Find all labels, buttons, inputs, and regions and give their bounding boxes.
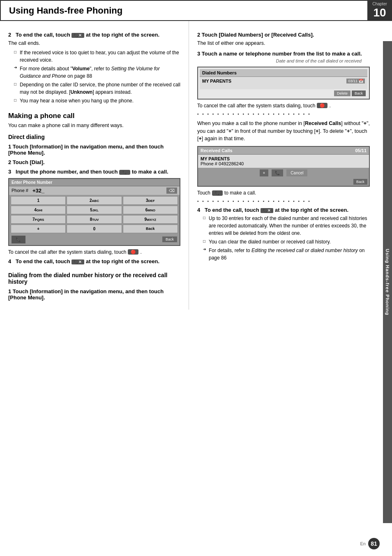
touch-call-line: Touch 📞 to make a call.: [197, 190, 370, 196]
received-calls-screen: Received Calls 05/11 MY PARENTS Phone # …: [197, 146, 370, 187]
call-button[interactable]: 📞: [12, 236, 25, 243]
date-icon: 📅: [359, 79, 363, 83]
phone-keypad: 1 2ABC 3DEF 4GHI 5JKL 6MNO 7PQRS 8TUV 9W…: [9, 195, 180, 234]
page-title-box: Using Hands-free Phoning: [0, 0, 367, 20]
end-call-icon: 📞✕: [71, 33, 84, 38]
dialed-numbers-screen: Dialed Numbers MY PARENTS 03/11 📅 Delete…: [197, 67, 370, 100]
dialed-screen-footer: Delete Back: [200, 89, 367, 97]
touch-call-text: Touch: [197, 190, 210, 196]
keypad-5[interactable]: 5JKL: [67, 206, 122, 214]
cancel-line-direct: To cancel the call after the system star…: [8, 249, 180, 255]
page-header: Using Hands-free Phoning Chapter 10: [0, 0, 392, 21]
recv-footer: Back: [198, 178, 369, 186]
bullet-volume-ref: For more details about "Volume", refer t…: [14, 65, 180, 80]
end-icon-step4: 📞✕: [71, 259, 84, 264]
making-call-title: Making a phone call: [8, 112, 180, 120]
step2-end-call-heading: 2 To end the call, touch 📞✕ at the top r…: [8, 32, 180, 38]
page-number-box: En 81: [360, 538, 380, 549]
step4-right-bullets: Up to 30 entries for each of the dialed …: [197, 215, 370, 262]
delete-button[interactable]: Delete: [334, 90, 350, 96]
cancel-text: To cancel the call after the system star…: [8, 249, 126, 255]
backspace-btn[interactable]: ⌫: [166, 188, 177, 194]
keypad-back[interactable]: Back: [123, 225, 178, 233]
keypad-plus[interactable]: +: [11, 225, 66, 233]
page-number: 81: [368, 538, 380, 549]
end-icon-step4-right: 📞✕: [261, 208, 273, 213]
plus-button[interactable]: +: [260, 169, 269, 176]
phone-screen-title: Enter Phone Number: [9, 179, 180, 186]
call-button-recv[interactable]: 📞: [272, 169, 283, 176]
back-button-recv[interactable]: Back: [353, 179, 367, 185]
main-content: 2 To end the call, touch 📞✕ at the top r…: [0, 21, 392, 310]
keypad-8[interactable]: 8TUV: [67, 215, 122, 224]
vertical-label-container: Using Hands-free Phoning: [383, 41, 392, 523]
keypad-1[interactable]: 1: [11, 196, 66, 205]
chapter-label: Chapter: [372, 2, 387, 6]
plus-note: When you make a call to the phone number…: [197, 120, 370, 143]
keypad-4[interactable]: 4GHI: [11, 206, 66, 214]
cancel-icon: 🔴: [128, 249, 138, 255]
step1-history-heading: 1 Touch [Information] in the navigation …: [8, 288, 180, 301]
dialing-history-title: Dialing from the dialed number history o…: [8, 272, 180, 285]
recv-entry-phone: Phone # 0492286240: [201, 161, 367, 166]
keypad-7[interactable]: 7PQRS: [11, 215, 66, 224]
chapter-number: 10: [373, 7, 386, 19]
keypad-9[interactable]: 9WXYZ: [123, 215, 178, 224]
vertical-label: Using Hands-free Phoning: [385, 249, 390, 315]
dialed-numbers-header: Dialed Numbers: [200, 69, 367, 77]
phone-screen-footer: 📞 Back: [9, 234, 180, 245]
step3-right-heading: 3 Touch a name or telephone number from …: [197, 51, 370, 57]
received-calls-header: Received Calls 05/11: [198, 147, 369, 155]
en-label: En: [360, 541, 366, 546]
step4-direct-heading: 4 To end the call, touch 📞✕ at the top r…: [8, 258, 180, 264]
step2-direct-heading: 2 Touch [Dial].: [8, 159, 180, 165]
received-calls-body: MY PARENTS Phone # 0492286240: [198, 155, 369, 168]
bullet-clear-history: You can clear the dialed number or recei…: [203, 238, 370, 246]
making-call-body: You can make a phone call in many differ…: [8, 122, 180, 130]
date-annotation: Date and time of the call dialed or rece…: [197, 58, 362, 63]
step3-direct-heading: 3 Input the phone number, and then touch…: [8, 169, 180, 175]
keypad-0[interactable]: 0: [67, 225, 122, 233]
bullet-caller-id: Depending on the caller ID service, the …: [14, 81, 180, 96]
call-ends-text: The call ends.: [8, 39, 180, 47]
step2-bullets: If the received voice is too quiet to he…: [8, 49, 180, 104]
list-appears-text: The list of either one appears.: [197, 39, 370, 47]
back-button-dialed[interactable]: Back: [352, 90, 366, 96]
cancel-icon-right: 🔴: [317, 103, 327, 108]
direct-dialing-title: Direct dialing: [8, 134, 180, 140]
bullet-noise: You may hear a noise when you hang up th…: [14, 97, 180, 104]
recv-actions: + 📞 Cancel: [198, 168, 369, 178]
touch-call-text2: to make a call.: [224, 190, 256, 196]
cancel-text-2: To cancel the call after the system star…: [197, 103, 315, 109]
bullet-quiet-voice: If the received voice is too quiet to he…: [14, 49, 180, 64]
dialed-date: 03/11: [348, 79, 357, 83]
step4-right-heading: 4 To end the call, touch 📞✕ at the top r…: [197, 207, 370, 213]
dialed-entry-row: MY PARENTS 03/11 📅: [202, 79, 365, 83]
recv-entry-name: MY PARENTS: [201, 156, 367, 161]
dots-separator-2: • • • • • • • • • • • • • • • • • • • • …: [197, 199, 370, 204]
phone-number-row: Phone # +32_ ⌫: [9, 186, 180, 195]
step2-right-heading: 2 Touch [Dialed Numbers] or [Received Ca…: [197, 32, 370, 38]
phone-number-screen: Enter Phone Number Phone # +32_ ⌫ 1 2ABC…: [8, 178, 180, 246]
phone-value: +32_: [32, 188, 166, 194]
call-icon-touch: 📞: [212, 190, 223, 196]
dialed-date-badge: 03/11 📅: [346, 79, 365, 83]
call-button-inline: 📞: [119, 170, 130, 175]
dots-separator-1: • • • • • • • • • • • • • • • • • • • • …: [197, 112, 370, 116]
back-button-phone[interactable]: Back: [162, 236, 177, 242]
bullet-30-entries: Up to 30 entries for each of the dialed …: [203, 215, 370, 237]
keypad-2[interactable]: 2ABC: [67, 196, 122, 205]
bullet-editing-ref: For details, refer to Editing the receiv…: [203, 247, 370, 262]
keypad-3[interactable]: 3DEF: [123, 196, 178, 205]
dialed-numbers-body: MY PARENTS 03/11 📅: [200, 77, 367, 89]
keypad-6[interactable]: 6MNO: [123, 206, 178, 214]
dialed-numbers-title: Dialed Numbers: [202, 70, 237, 75]
cancel-button-recv[interactable]: Cancel: [286, 169, 307, 176]
right-column: 2 Touch [Dialed Numbers] or [Received Ca…: [189, 21, 378, 310]
page-title: Using Hands-free Phoning: [9, 5, 122, 16]
step1-direct-heading: 1 Touch [Information] in the navigation …: [8, 144, 180, 156]
received-date: 05/11: [355, 148, 367, 153]
chapter-box: Chapter 10: [367, 0, 392, 20]
received-calls-title: Received Calls: [201, 148, 233, 153]
phone-label: Phone #: [12, 188, 28, 193]
